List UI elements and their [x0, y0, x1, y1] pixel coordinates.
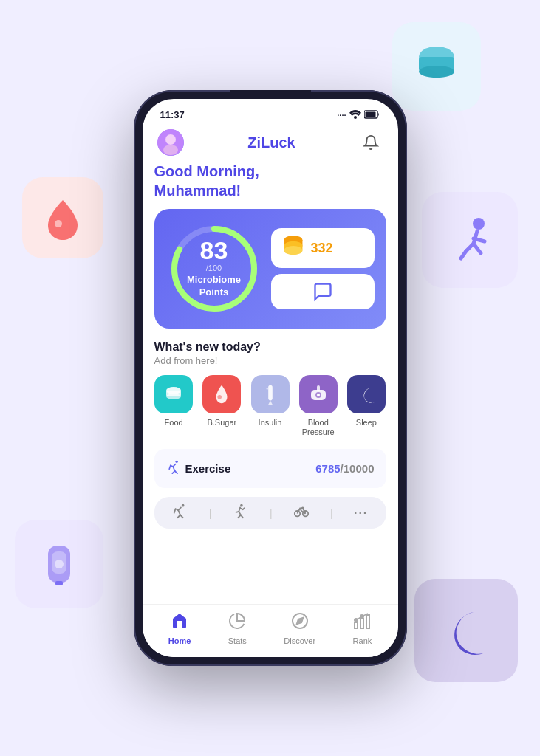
bg-run-icon: [422, 192, 518, 288]
app-title: ZiLuck: [247, 134, 295, 151]
notification-bell[interactable]: [359, 131, 383, 154]
divider-2: |: [270, 507, 273, 519]
side-widgets: 332: [271, 228, 375, 309]
svg-point-7: [55, 560, 64, 568]
sleep-label: Sleep: [356, 418, 377, 427]
nav-rank-label: Rank: [353, 636, 372, 645]
svg-rect-8: [55, 581, 63, 585]
svg-point-4: [55, 220, 62, 227]
score-center: 83 /100 Microbiome Points: [187, 238, 241, 299]
phone-screen: 11:37 ····: [143, 99, 398, 657]
insulin-button[interactable]: [251, 375, 290, 413]
svg-rect-31: [317, 385, 320, 391]
exercise-left: Exercise: [166, 459, 231, 478]
score-label1: Microbiome: [187, 275, 241, 287]
action-food: Food: [154, 375, 194, 437]
svg-point-2: [419, 66, 454, 78]
battery-icon: [364, 110, 380, 120]
bg-insulin-icon: [15, 520, 103, 608]
app-header: ZiLuck: [143, 123, 398, 162]
svg-point-13: [165, 134, 176, 145]
nav-home[interactable]: Home: [168, 612, 191, 645]
svg-point-34: [240, 504, 243, 507]
more-tab[interactable]: ···: [354, 506, 368, 520]
svg-point-9: [354, 116, 357, 119]
nav-rank[interactable]: Rank: [353, 612, 372, 645]
bsugar-label: B.Sugar: [207, 418, 236, 427]
food-button[interactable]: [154, 375, 193, 413]
status-bar: 11:37 ····: [143, 99, 398, 123]
score-value: 83: [187, 238, 241, 263]
action-bp: Blood Pressure: [298, 375, 338, 437]
exercise-section: Exercise 6785/10000: [154, 449, 386, 488]
rank-icon: [353, 612, 371, 634]
exercise-total: /10000: [341, 462, 375, 475]
coin-value: 332: [311, 241, 333, 256]
wifi-icon: [349, 110, 361, 120]
score-circle: 83 /100 Microbiome Points: [166, 221, 262, 317]
svg-point-30: [317, 394, 320, 396]
action-insulin: Insulin: [250, 375, 290, 437]
greeting: Good Morning, Muhammad!: [154, 162, 386, 200]
walk-tab[interactable]: [233, 503, 249, 523]
whats-new-section: What's new today? Add from here!: [154, 340, 386, 366]
main-content: Good Morning, Muhammad! 83 /100 Microbio…: [143, 162, 398, 604]
phone-shell: 11:37 ····: [134, 90, 407, 666]
exercise-current: 6785: [315, 462, 340, 475]
svg-marker-39: [296, 618, 302, 624]
svg-point-3: [473, 218, 485, 230]
score-label2: Points: [187, 287, 241, 300]
svg-rect-42: [366, 615, 369, 628]
bp-button[interactable]: [299, 375, 338, 413]
score-card: 83 /100 Microbiome Points: [154, 209, 386, 329]
insulin-label: Insulin: [259, 418, 282, 427]
nav-discover-label: Discover: [284, 636, 315, 645]
svg-point-32: [175, 461, 177, 463]
greeting-line1: Good Morning,: [154, 162, 386, 181]
nav-stats-label: Stats: [228, 636, 247, 645]
exercise-header: Exercise 6785/10000: [166, 459, 375, 478]
stats-icon: [228, 612, 246, 634]
bp-label: Blood Pressure: [302, 418, 335, 437]
bg-food-icon: [392, 22, 481, 111]
bg-sleep-icon: [414, 579, 518, 682]
greeting-line2: Muhammad!: [154, 181, 386, 200]
nav-stats[interactable]: Stats: [228, 612, 247, 645]
exercise-label: Exercise: [185, 462, 231, 475]
svg-point-25: [218, 395, 222, 399]
signal-dots: ····: [337, 111, 346, 120]
discover-icon: [291, 612, 309, 634]
food-label: Food: [165, 418, 183, 427]
svg-rect-40: [355, 622, 358, 628]
action-bsugar: B.Sugar: [202, 375, 242, 437]
bg-blood-icon: [22, 177, 103, 258]
bottom-nav: Home Stats Discover: [143, 604, 398, 657]
quick-actions: Food B.Sugar: [154, 375, 386, 437]
svg-point-21: [284, 246, 302, 255]
bsugar-button[interactable]: [202, 375, 241, 413]
svg-point-33: [181, 504, 184, 507]
coin-icon: [281, 236, 305, 261]
whats-new-title: What's new today?: [154, 340, 386, 354]
sleep-button[interactable]: [347, 375, 386, 413]
svg-point-37: [302, 508, 304, 509]
divider-1: |: [209, 507, 212, 519]
svg-rect-27: [266, 388, 268, 390]
bike-tab[interactable]: [293, 503, 310, 523]
score-denom: /100: [187, 263, 241, 274]
exercise-value: 6785/10000: [315, 462, 374, 475]
nav-discover[interactable]: Discover: [284, 612, 315, 645]
nav-home-label: Home: [168, 636, 191, 645]
chat-widget[interactable]: [271, 274, 375, 309]
action-sleep: Sleep: [346, 375, 386, 437]
svg-rect-41: [360, 619, 363, 628]
run-tab[interactable]: [172, 503, 188, 523]
status-icons: ····: [337, 110, 380, 120]
time-display: 11:37: [160, 109, 185, 120]
svg-rect-11: [365, 111, 375, 117]
svg-point-14: [163, 145, 178, 155]
avatar[interactable]: [157, 129, 184, 156]
divider-3: |: [330, 507, 333, 519]
exercise-icon: [166, 459, 181, 478]
svg-point-24: [166, 394, 181, 399]
